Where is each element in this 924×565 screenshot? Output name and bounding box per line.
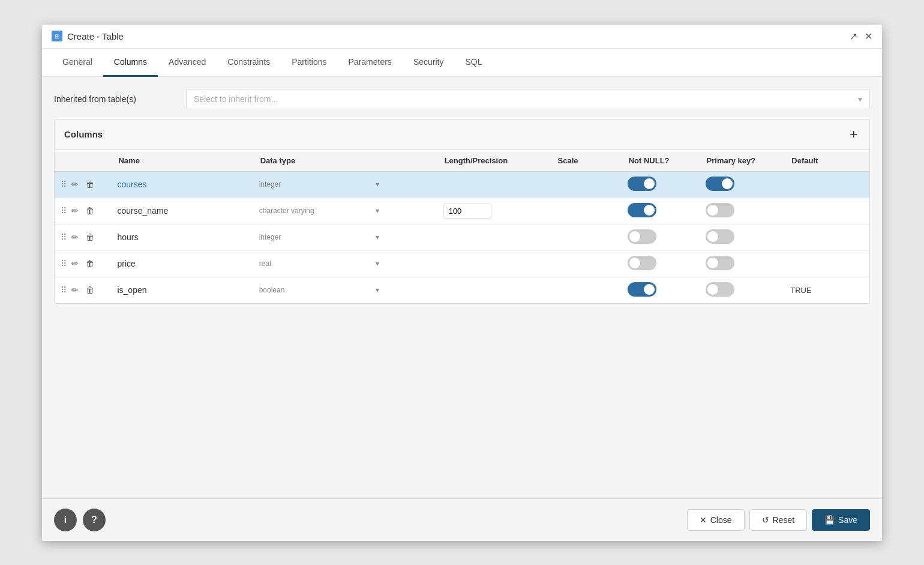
data-type-select[interactable]: real ▾	[259, 259, 379, 268]
default-cell: TRUE	[784, 277, 869, 303]
close-button[interactable]: ✕ Close	[687, 509, 745, 531]
tab-columns[interactable]: Columns	[103, 49, 158, 77]
th-actions	[55, 150, 111, 172]
footer-right: ✕ Close ↺ Reset 💾 Save	[687, 509, 870, 531]
reset-button[interactable]: ↺ Reset	[749, 509, 808, 531]
tab-parameters[interactable]: Parameters	[338, 49, 403, 77]
primary-key-toggle[interactable]	[706, 177, 734, 191]
columns-table: Name Data type Length/Precision Scale No…	[55, 150, 869, 303]
edit-icon[interactable]: ✏	[69, 258, 81, 270]
add-column-button[interactable]: +	[847, 127, 860, 142]
delete-icon[interactable]: 🗑	[83, 178, 97, 190]
help-button[interactable]: ?	[83, 509, 106, 531]
delete-icon[interactable]: 🗑	[83, 284, 97, 296]
close-icon[interactable]: ✕	[865, 31, 872, 42]
length-input[interactable]	[443, 204, 491, 219]
row-actions-cell: ⠿ ✏ 🗑	[55, 250, 111, 277]
not-null-toggle[interactable]	[628, 256, 656, 270]
table-row: ⠿ ✏ 🗑 course_name character varying ▾	[55, 198, 869, 224]
edit-icon[interactable]: ✏	[69, 205, 81, 217]
primary-key-toggle[interactable]	[706, 282, 734, 297]
data-type-select[interactable]: integer ▾	[259, 233, 379, 241]
th-not-null: Not NULL?	[622, 150, 700, 172]
scale-cell	[551, 171, 622, 198]
primary-key-cell	[700, 198, 785, 224]
data-type-select[interactable]: integer ▾	[259, 180, 379, 189]
type-dropdown-icon: ▾	[376, 286, 379, 294]
tab-sql[interactable]: SQL	[454, 49, 493, 77]
info-icon: i	[64, 515, 67, 525]
delete-icon[interactable]: 🗑	[83, 205, 97, 217]
edit-icon[interactable]: ✏	[69, 284, 81, 296]
dialog-title: Create - Table	[67, 31, 124, 41]
data-type-cell: character varying ▾	[253, 198, 437, 224]
row-actions-cell: ⠿ ✏ 🗑	[55, 198, 111, 224]
tab-advanced[interactable]: Advanced	[158, 49, 217, 77]
drag-handle[interactable]: ⠿	[61, 259, 67, 268]
primary-key-toggle[interactable]	[706, 256, 734, 270]
tab-partitions[interactable]: Partitions	[281, 49, 337, 77]
primary-key-toggle[interactable]	[706, 203, 734, 217]
not-null-toggle[interactable]	[628, 282, 656, 297]
save-label: Save	[838, 515, 857, 525]
not-null-toggle[interactable]	[628, 177, 656, 191]
tab-constraints[interactable]: Constraints	[217, 49, 281, 77]
tab-bar: General Columns Advanced Constraints Par…	[42, 49, 882, 77]
delete-icon[interactable]: 🗑	[83, 258, 97, 270]
inherit-select[interactable]: Select to inherit from... ▾	[186, 89, 870, 109]
scale-cell	[551, 198, 622, 224]
data-type-select[interactable]: character varying ▾	[259, 207, 379, 215]
edit-icon[interactable]: ✏	[69, 178, 81, 190]
col-name-cell: price	[111, 250, 253, 277]
not-null-cell	[622, 171, 700, 198]
primary-key-toggle[interactable]	[706, 229, 734, 244]
column-name: price	[117, 259, 135, 268]
info-button[interactable]: i	[54, 509, 77, 531]
title-bar: ⊞ Create - Table ↗ ✕	[42, 25, 882, 49]
tab-general[interactable]: General	[52, 49, 103, 77]
data-type-cell: integer ▾	[253, 224, 437, 250]
primary-key-cell	[700, 224, 785, 250]
not-null-cell	[622, 198, 700, 224]
inherit-row: Inherited from table(s) Select to inheri…	[54, 89, 870, 109]
edit-icon[interactable]: ✏	[69, 231, 81, 243]
default-cell	[784, 250, 869, 277]
table-row: ⠿ ✏ 🗑 hours integer ▾	[55, 224, 869, 250]
drag-handle[interactable]: ⠿	[61, 232, 67, 242]
length-cell	[437, 198, 551, 224]
data-type-cell: real ▾	[253, 250, 437, 277]
column-name: hours	[117, 232, 138, 242]
th-name: Name	[111, 150, 253, 172]
not-null-toggle[interactable]	[628, 229, 656, 244]
not-null-cell	[622, 224, 700, 250]
help-icon: ?	[91, 515, 97, 525]
primary-key-cell	[700, 250, 785, 277]
data-type-value: integer	[259, 233, 281, 241]
data-type-value: character varying	[259, 207, 314, 215]
th-primary-key: Primary key?	[700, 150, 785, 172]
col-name-cell: course_name	[111, 198, 253, 224]
drag-handle[interactable]: ⠿	[61, 285, 67, 295]
inherit-label: Inherited from table(s)	[54, 94, 174, 104]
reset-icon: ↺	[762, 515, 769, 525]
tab-security[interactable]: Security	[403, 49, 455, 77]
th-datatype: Data type	[253, 150, 437, 172]
data-type-value: real	[259, 259, 271, 268]
expand-icon[interactable]: ↗	[850, 31, 857, 42]
length-cell	[437, 224, 551, 250]
not-null-cell	[622, 277, 700, 303]
row-actions-cell: ⠿ ✏ 🗑	[55, 171, 111, 198]
delete-icon[interactable]: 🗑	[83, 231, 97, 243]
drag-handle[interactable]: ⠿	[61, 180, 67, 189]
content-area: Inherited from table(s) Select to inheri…	[42, 77, 882, 498]
th-scale: Scale	[551, 150, 622, 172]
data-type-select[interactable]: boolean ▾	[259, 286, 379, 294]
data-type-cell: integer ▾	[253, 171, 437, 198]
reset-label: Reset	[773, 515, 795, 525]
save-button[interactable]: 💾 Save	[812, 509, 870, 531]
table-row: ⠿ ✏ 🗑 price real ▾	[55, 250, 869, 277]
length-cell	[437, 277, 551, 303]
close-x-icon: ✕	[700, 515, 707, 525]
not-null-toggle[interactable]	[628, 203, 656, 217]
drag-handle[interactable]: ⠿	[61, 206, 67, 216]
